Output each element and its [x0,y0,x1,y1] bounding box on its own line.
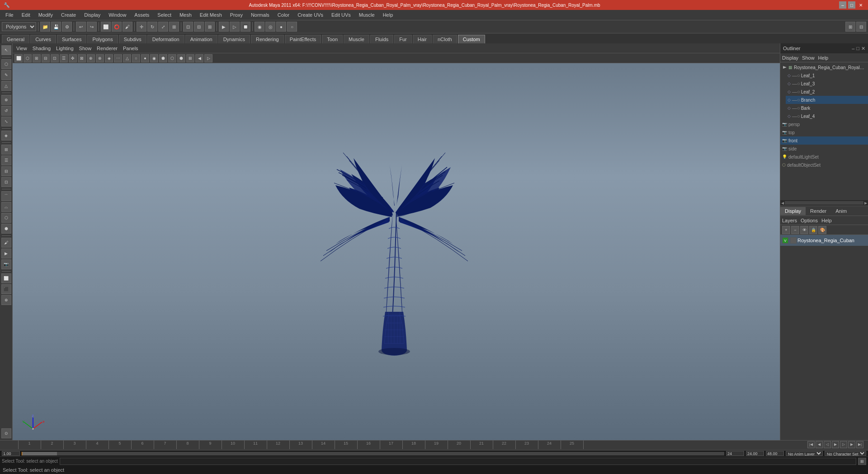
tab-animation[interactable]: Animation [185,35,217,43]
outliner-minimize[interactable]: – [852,46,854,52]
paint-btn[interactable]: 🖌 [1,238,11,248]
vp-btn-15[interactable]: ● [141,54,149,62]
lattice-btn[interactable]: ⊟ [1,166,11,176]
viewport-menu-renderer[interactable]: Renderer [97,46,118,51]
rotate-btn[interactable]: ↺ [1,106,11,116]
tab-fluids[interactable]: Fluids [370,35,393,43]
tab-toon[interactable]: Toon [322,35,343,43]
outliner-item-bark[interactable]: ◇ —○ Bark [786,104,868,112]
select-tool-btn[interactable]: ↖ [1,45,11,55]
vp-btn-17[interactable]: ⬟ [159,54,167,62]
viewport-menu-shading[interactable]: Shading [33,46,51,51]
tab-surfaces[interactable]: Surfaces [57,35,86,43]
vp-btn-4[interactable]: ⊟ [42,54,50,62]
vp-btn-3[interactable]: ⊞ [33,54,41,62]
vp-btn-11[interactable]: ◈ [105,54,113,62]
paint-select-btn[interactable]: ✎ [1,70,11,80]
menu-file[interactable]: File [2,11,17,19]
toolbar-btn-paint[interactable]: 🖌 [123,22,132,32]
menu-create-uvs[interactable]: Create UVs [294,11,327,19]
toolbar-btn-render3[interactable]: 🔲 [241,22,250,32]
vp-btn-9[interactable]: ⊕ [87,54,95,62]
misc-btn-3[interactable]: ⊕ [1,295,11,305]
vp-btn-10[interactable]: ⊗ [96,54,104,62]
curves-btn[interactable]: ⌒ [1,191,11,201]
vp-btn-1[interactable]: ⬜ [14,54,23,62]
vp-btn-13[interactable]: △ [123,54,131,62]
cb-icon-color[interactable]: 🎨 [818,226,826,234]
toolbar-btn-vis3[interactable]: ● [276,22,286,32]
vp-btn-7[interactable]: ✜ [69,54,77,62]
render-btn[interactable]: ▶ [1,249,11,258]
outliner-menu-help[interactable]: Help [818,55,829,61]
toolbar-btn-vis4[interactable]: ○ [287,22,297,32]
skip-start-btn[interactable]: |◀ [807,441,815,448]
outliner-scroll-left[interactable]: ◀ [781,201,784,205]
toolbar-btn-snap2[interactable]: ⊟ [194,22,204,32]
timeline-max-end-input[interactable] [766,451,784,456]
timeline-ruler[interactable]: 1 2 3 4 5 6 7 8 9 10 11 12 13 14 15 16 1… [0,441,868,451]
toolbar-btn-5[interactable]: ↪ [87,22,97,32]
tab-polygons[interactable]: Polygons [87,35,118,43]
prev-key-btn[interactable]: ◁ [824,441,831,448]
viewport-menu-view[interactable]: View [16,46,27,51]
timeline-end-input[interactable] [726,451,744,456]
outliner-item-leaf2[interactable]: ◇ —○ Leaf_2 [786,88,868,96]
cb-icon-vis[interactable]: 👁 [800,226,808,234]
menu-select[interactable]: Select [154,11,175,19]
poly-btn[interactable]: ⬡ [1,213,11,223]
vp-btn-6[interactable]: ☰ [60,54,68,62]
menu-edit-mesh[interactable]: Edit Mesh [196,11,226,19]
menu-assets[interactable]: Assets [131,11,153,19]
toolbar-btn-vis2[interactable]: ◎ [265,22,275,32]
vp-btn-22[interactable]: ▷ [204,54,212,62]
vp-btn-20[interactable]: ⊞ [186,54,194,62]
outliner-scroll-right[interactable]: ▶ [864,201,867,205]
vp-btn-14[interactable]: ○ [132,54,140,62]
outliner-hscroll[interactable]: ◀ ▶ [780,200,868,206]
misc-btn-2[interactable]: ⬛ [1,284,11,294]
toolbar-btn-move[interactable]: ✛ [137,22,146,32]
tab-subdivs[interactable]: Subdivs [119,35,146,43]
close-button[interactable]: ✕ [857,1,864,9]
toolbar-btn-render2[interactable]: ▷ [230,22,240,32]
menu-edit-uvs[interactable]: Edit UVs [328,11,354,19]
tab-custom[interactable]: Custom [458,35,485,43]
cb-menu-options[interactable]: Options [801,218,818,223]
toolbar-btn-lasso[interactable]: ⭕ [112,22,122,32]
outliner-item-top[interactable]: 📷 top [780,128,868,136]
tab-ncloth[interactable]: nCloth [433,35,457,43]
layer-visibility-toggle[interactable]: V [782,237,788,244]
cb-icon-delete[interactable]: − [791,226,799,234]
vp-btn-19[interactable]: ⬢ [177,54,185,62]
menu-help[interactable]: Help [379,11,397,19]
outliner-item-root[interactable]: ▦ Roystonea_Regia_Cuban_Royal_Palm [780,63,868,71]
channelbox-tab-anim[interactable]: Anim [831,207,851,215]
vp-btn-18[interactable]: ⬡ [168,54,176,62]
lasso-select-btn[interactable]: ⬡ [1,59,11,69]
toolbar-btn-2[interactable]: 💾 [51,22,61,32]
outliner-menu-display[interactable]: Display [782,55,798,61]
tab-painteffects[interactable]: PaintEffects [285,35,321,43]
toolbar-btn-rotate[interactable]: ↻ [147,22,157,32]
toolbar-btn-r2[interactable]: ⊟ [856,22,866,32]
tab-deformation[interactable]: Deformation [147,35,184,43]
next-key-btn[interactable]: ▷ [840,441,847,448]
sculpt-btn[interactable]: △ [1,81,11,91]
outliner-item-lightset[interactable]: 💡 defaultLightSet [780,153,868,161]
skip-end-btn[interactable]: ▶| [856,441,863,448]
outliner-item-side[interactable]: 📷 side [780,145,868,153]
outliner-content[interactable]: ▦ Roystonea_Regia_Cuban_Royal_Palm ◇ —○ … [780,62,868,200]
vp-btn-16[interactable]: ◉ [150,54,158,62]
outliner-menu-show[interactable]: Show [802,55,815,61]
toolbar-btn-3[interactable]: ⚙ [62,22,72,32]
misc-btn-1[interactable]: ⬜ [1,273,11,283]
char-set-select[interactable]: No Character Set [825,451,866,456]
vp-btn-2[interactable]: ⬡ [24,54,32,62]
outliner-item-branch[interactable]: ◇ —○ Branch [786,96,868,104]
play-btn[interactable]: ▶ [832,441,839,448]
outliner-close[interactable]: ✕ [861,46,865,52]
tab-hair[interactable]: Hair [413,35,432,43]
menu-muscle[interactable]: Muscle [355,11,378,19]
toolbar-btn-snap3[interactable]: ⊞ [205,22,215,32]
